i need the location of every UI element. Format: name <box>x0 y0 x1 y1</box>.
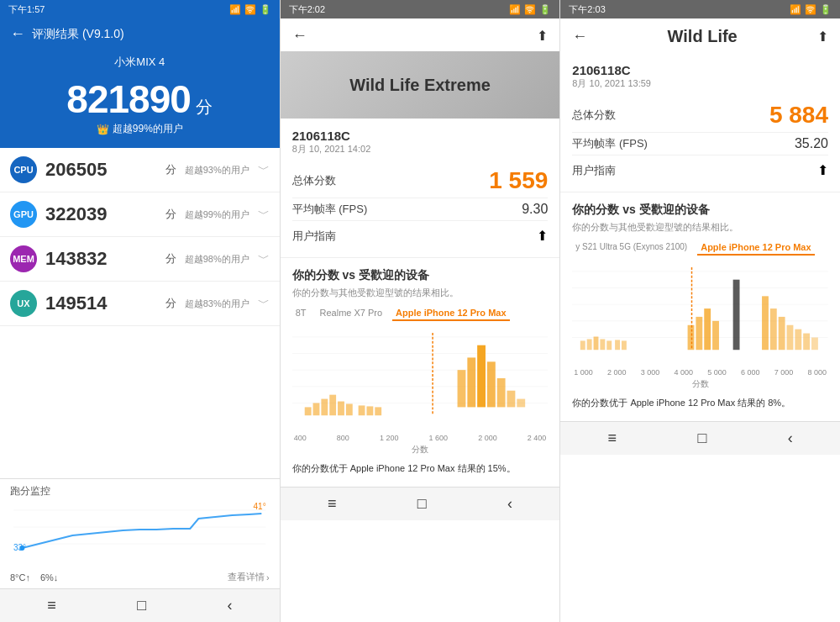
x-label-1600: 1 600 <box>429 434 449 442</box>
nav-back-3[interactable]: ‹ <box>788 430 793 447</box>
svg-rect-40 <box>705 308 711 350</box>
bar-chart-3 <box>572 262 828 363</box>
tab-s21[interactable]: y S21 Ultra 5G (Exynos 2100) <box>572 240 690 256</box>
cpu-score-item[interactable]: CPU 206505 分 超越93%的用户 ﹀ <box>0 148 280 192</box>
nav-bar-3: ≡ □ ‹ <box>560 421 840 455</box>
user-guide-row-3[interactable]: 用户指南 ⬆ <box>572 156 828 185</box>
nav-home-1[interactable]: □ <box>137 597 146 614</box>
cpu-temp-indicator: 8°C↑ <box>10 572 30 582</box>
x-label-8000: 8 000 <box>807 368 827 377</box>
svg-rect-43 <box>762 296 769 350</box>
x-label-4000: 4 000 <box>675 368 694 377</box>
panel1-header: ← 评测结果 (V9.1.0) <box>0 18 280 50</box>
svg-rect-10 <box>312 403 319 415</box>
user-guide-row-2[interactable]: 用户指南 ⬆ <box>292 221 549 250</box>
comparison-title-2: 你的分数 vs 受歡迎的设备 <box>292 268 549 283</box>
device-name-section: 小米MIX 4 <box>0 50 280 73</box>
device-tabs-2: 8T Realme X7 Pro Apple iPhone 12 Pro Max <box>292 306 549 321</box>
total-score-row-3: 总体分数 5 884 <box>572 98 828 133</box>
svg-rect-39 <box>696 317 703 350</box>
tab-iphone12pro[interactable]: Apple iPhone 12 Pro Max <box>697 240 814 256</box>
back-button-2[interactable]: ← <box>292 27 307 45</box>
gpu-score-value: 322039 <box>45 203 155 225</box>
result-section-3: 2106118C 8月 10, 2021 13:59 总体分数 5 884 平均… <box>560 53 840 192</box>
total-score-label-2: 总体分数 <box>292 173 336 188</box>
nav-back-1[interactable]: ‹ <box>227 597 232 614</box>
x-axis-label-3: 分数 <box>572 378 828 390</box>
share-button-2[interactable]: ⬆ <box>537 28 548 44</box>
svg-rect-23 <box>507 391 515 408</box>
user-guide-share-icon-3: ⬆ <box>817 162 828 178</box>
gpu-chevron-icon: ﹀ <box>258 207 270 222</box>
svg-rect-36 <box>615 340 620 350</box>
nav-menu-1[interactable]: ≡ <box>47 597 56 614</box>
device-tabs-3: y S21 Ultra 5G (Exynos 2100) Apple iPhon… <box>572 240 828 256</box>
svg-rect-9 <box>304 407 311 415</box>
crown-icon: 👑 <box>97 124 109 135</box>
chart-svg-2 <box>292 328 549 429</box>
svg-rect-37 <box>622 340 627 350</box>
ux-score-pct: 超越83%的用户 <box>185 298 249 310</box>
battery-icon-2: 🔋 <box>539 4 551 15</box>
svg-rect-47 <box>795 329 802 351</box>
x-label-3000: 3 000 <box>641 368 660 377</box>
comparison-subtitle-2: 你的分数与其他受歡迎型號的结果相比。 <box>292 287 549 299</box>
total-score-value-2: 1 559 <box>489 167 548 194</box>
svg-rect-15 <box>358 405 365 415</box>
svg-rect-35 <box>607 340 612 350</box>
gpu-score-unit: 分 <box>165 207 176 222</box>
cpu-score-value: 206505 <box>45 159 155 181</box>
temp-chart-svg <box>10 502 270 561</box>
comparison-section-2: 你的分数 vs 受歡迎的设备 你的分数与其他受歡迎型號的结果相比。 8T Rea… <box>281 258 560 487</box>
nav-menu-2[interactable]: ≡ <box>328 495 337 513</box>
svg-rect-13 <box>338 402 344 416</box>
nav-menu-3[interactable]: ≡ <box>608 430 617 447</box>
panel3-title: Wild Life <box>587 27 817 46</box>
ux-score-value: 149514 <box>45 293 155 314</box>
svg-rect-16 <box>366 406 373 415</box>
back-button-1[interactable]: ← <box>10 25 25 43</box>
tab-8t[interactable]: 8T <box>292 306 310 321</box>
x-label-800: 800 <box>337 434 349 442</box>
total-score-label-3: 总体分数 <box>572 108 616 123</box>
benchmark-hero-2: Wild Life Extreme <box>281 51 560 119</box>
status-bar-3: 下午2:03 📶 🛜 🔋 <box>560 0 840 18</box>
ux-score-unit: 分 <box>165 296 176 311</box>
nav-back-2[interactable]: ‹ <box>507 495 512 513</box>
x-label-2400: 2 400 <box>528 434 547 442</box>
comparison-section-3: 你的分数 vs 受歡迎的设备 你的分数与其他受歡迎型號的结果相比。 y S21 … <box>560 192 840 421</box>
detail-link-chevron: › <box>266 572 270 582</box>
status-icons-2: 📶 🛜 🔋 <box>509 4 551 15</box>
mem-score-item[interactable]: MEM 143832 分 超越98%的用户 ﹀ <box>0 237 280 282</box>
score-unit: 分 <box>196 98 213 116</box>
wifi-icon: 🛜 <box>244 4 256 15</box>
panel-wild-life: 下午2:03 📶 🛜 🔋 ← Wild Life ⬆ 2106118C 8月 1… <box>559 0 840 622</box>
ux-score-item[interactable]: UX 149514 分 超越83%的用户 ﹀ <box>0 282 280 326</box>
sub-scores-section: CPU 206505 分 超越93%的用户 ﹀ GPU 322039 分 超越9… <box>0 148 280 478</box>
svg-rect-14 <box>346 403 353 415</box>
x-axis-3: 1 000 2 000 3 000 4 000 5 000 6 000 7 00… <box>572 368 828 377</box>
svg-rect-41 <box>712 321 719 350</box>
device-name: 小米MIX 4 <box>114 55 165 68</box>
rank-text: 超越99%的用户 <box>113 122 183 136</box>
wifi-icon-2: 🛜 <box>524 4 536 15</box>
back-button-3[interactable]: ← <box>572 28 587 45</box>
cpu-score-unit: 分 <box>165 162 176 177</box>
nav-home-3[interactable]: □ <box>697 430 706 447</box>
ux-icon: UX <box>10 290 37 317</box>
panel-wild-life-extreme: 下午2:02 📶 🛜 🔋 ← ⬆ Wild Life Extreme 21061… <box>280 0 560 622</box>
avg-fps-value-2: 9.30 <box>522 202 548 217</box>
gpu-score-item[interactable]: GPU 322039 分 超越99%的用户 ﹀ <box>0 192 280 237</box>
detail-link[interactable]: 查看详情 › <box>228 571 270 583</box>
signal-icon: 📶 <box>229 4 241 15</box>
tab-iphone-max[interactable]: Apple iPhone 12 Pro Max <box>392 306 509 321</box>
svg-rect-21 <box>487 361 496 407</box>
panel-antutu: 下午1:57 📶 🛜 🔋 ← 评测结果 (V9.1.0) 小米MIX 4 821… <box>0 0 280 622</box>
result-id-3: 2106118C <box>572 63 828 77</box>
avg-fps-label-2: 平均帧率 (FPS) <box>292 202 368 217</box>
tab-realme[interactable]: Realme X7 Pro <box>317 306 386 321</box>
nav-home-2[interactable]: □ <box>417 495 427 513</box>
svg-rect-38 <box>688 325 695 350</box>
share-button-3[interactable]: ⬆ <box>817 29 828 45</box>
signal-icon-3: 📶 <box>790 4 801 15</box>
